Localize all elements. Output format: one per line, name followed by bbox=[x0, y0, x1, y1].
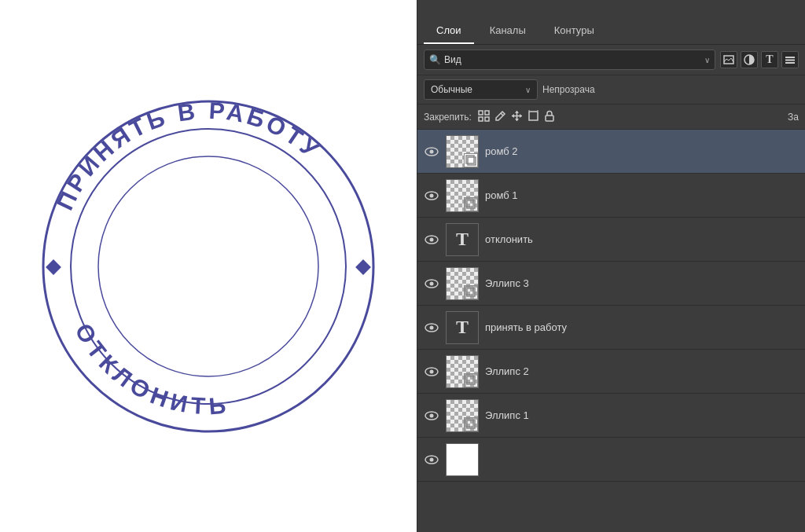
svg-rect-26 bbox=[546, 116, 553, 121]
svg-point-48 bbox=[430, 413, 434, 417]
svg-marker-19 bbox=[515, 111, 519, 113]
svg-rect-15 bbox=[485, 117, 489, 121]
filter-row: 🔍 Вид ∨ T bbox=[417, 45, 805, 75]
svg-rect-10 bbox=[785, 60, 795, 61]
svg-rect-14 bbox=[479, 117, 483, 121]
svg-point-28 bbox=[430, 149, 434, 153]
eye-icon[interactable] bbox=[424, 188, 439, 204]
eye-icon[interactable] bbox=[424, 364, 439, 380]
filter-icon-extra[interactable] bbox=[781, 51, 799, 68]
layer-name: принять в работу bbox=[485, 321, 799, 333]
text-layer-T-icon: T bbox=[456, 229, 469, 250]
layer-name: отклонить bbox=[485, 233, 799, 245]
eye-icon[interactable] bbox=[424, 276, 439, 292]
layer-thumbnail bbox=[446, 179, 479, 212]
layers-panel: Слои Каналы Контуры 🔍 Вид ∨ T Обычные ∨ bbox=[417, 0, 805, 532]
eye-icon[interactable] bbox=[424, 232, 439, 248]
lock-row: Закрепить: За bbox=[417, 105, 805, 130]
panel-tabs: Слои Каналы Контуры bbox=[417, 0, 805, 45]
layer-name: Эллипс 1 bbox=[485, 409, 799, 421]
svg-point-38 bbox=[430, 281, 434, 285]
layer-name: Эллипс 3 bbox=[485, 277, 799, 289]
eye-icon[interactable] bbox=[424, 320, 439, 336]
lock-icon-brush[interactable] bbox=[494, 110, 506, 124]
svg-point-32 bbox=[430, 193, 434, 197]
svg-rect-9 bbox=[785, 57, 795, 58]
svg-point-44 bbox=[430, 369, 434, 373]
layer-thumbnail bbox=[446, 135, 479, 168]
layer-item[interactable]: Эллипс 2 bbox=[417, 350, 805, 394]
svg-marker-20 bbox=[515, 119, 519, 121]
lock-icon-artboard[interactable] bbox=[527, 110, 539, 124]
svg-marker-22 bbox=[520, 114, 522, 118]
layer-thumbnail-white bbox=[446, 443, 479, 476]
layer-item[interactable]: Эллипс 3 bbox=[417, 262, 805, 306]
svg-point-2 bbox=[98, 156, 318, 376]
lock-icon-grid[interactable] bbox=[478, 110, 490, 124]
layers-list: ромб 2 ромб 1 T bbox=[417, 130, 805, 532]
svg-marker-21 bbox=[512, 114, 514, 118]
text-layer-T-icon: T bbox=[456, 317, 469, 338]
filter-arrow: ∨ bbox=[704, 56, 710, 64]
blend-arrow: ∨ bbox=[525, 86, 531, 94]
svg-point-36 bbox=[430, 237, 434, 241]
layer-name: ромб 1 bbox=[485, 189, 799, 201]
lock-icon-lock[interactable] bbox=[544, 110, 555, 124]
tab-channels[interactable]: Каналы bbox=[477, 18, 539, 44]
svg-rect-12 bbox=[479, 111, 483, 115]
layer-item[interactable] bbox=[417, 438, 805, 482]
svg-rect-4 bbox=[355, 259, 371, 275]
filter-dropdown[interactable]: 🔍 Вид ∨ bbox=[424, 50, 715, 70]
svg-rect-3 bbox=[46, 259, 61, 275]
eye-icon[interactable] bbox=[424, 144, 439, 160]
svg-point-42 bbox=[430, 325, 434, 329]
layer-thumbnail bbox=[446, 399, 479, 432]
tab-paths[interactable]: Контуры bbox=[542, 18, 607, 44]
lock-icon-move[interactable] bbox=[511, 110, 523, 124]
layer-thumbnail bbox=[446, 355, 479, 388]
canvas-area: ПРИНЯТЬ В РАБОТУ ОТКЛОНИТЬ bbox=[0, 0, 417, 532]
layer-name: Эллипс 2 bbox=[485, 365, 799, 377]
svg-text:ОТКЛОНИТЬ: ОТКЛОНИТЬ bbox=[70, 318, 231, 419]
layer-name: ромб 2 bbox=[485, 145, 799, 157]
blend-row: Обычные ∨ Непрозрача bbox=[417, 75, 805, 105]
blend-mode-text: Обычные bbox=[431, 84, 525, 95]
lock-icons bbox=[478, 110, 555, 124]
fill-label: За bbox=[788, 112, 799, 123]
tab-layers[interactable]: Слои bbox=[424, 18, 474, 44]
svg-rect-13 bbox=[485, 111, 489, 115]
svg-text:ПРИНЯТЬ В РАБОТУ: ПРИНЯТЬ В РАБОТУ bbox=[51, 97, 325, 213]
layer-thumbnail-text: T bbox=[446, 311, 479, 344]
filter-text: Вид bbox=[444, 54, 704, 65]
layer-item[interactable]: T отклонить bbox=[417, 218, 805, 262]
blend-mode-dropdown[interactable]: Обычные ∨ bbox=[424, 79, 538, 100]
opacity-label: Непрозрача bbox=[542, 84, 595, 95]
layer-item[interactable]: Эллипс 1 bbox=[417, 394, 805, 438]
svg-line-16 bbox=[501, 113, 503, 116]
filter-icon-text[interactable]: T bbox=[761, 51, 778, 68]
filter-icon-adjustment[interactable] bbox=[741, 51, 758, 68]
search-icon: 🔍 bbox=[429, 54, 441, 65]
layer-item[interactable]: ромб 1 bbox=[417, 174, 805, 218]
eye-icon[interactable] bbox=[424, 408, 439, 424]
filter-icon-image[interactable] bbox=[720, 51, 737, 68]
layer-thumbnail-text: T bbox=[446, 223, 479, 256]
layer-thumbnail bbox=[446, 267, 479, 300]
layer-item[interactable]: T принять в работу bbox=[417, 306, 805, 350]
stamp-preview: ПРИНЯТЬ В РАБОТУ ОТКЛОНИТЬ bbox=[28, 86, 389, 447]
lock-label: Закрепить: bbox=[424, 112, 472, 123]
svg-rect-23 bbox=[529, 112, 538, 120]
svg-point-52 bbox=[430, 457, 434, 461]
eye-icon[interactable] bbox=[424, 452, 439, 468]
svg-rect-11 bbox=[785, 62, 795, 64]
filter-icons: T bbox=[720, 51, 799, 68]
layer-item[interactable]: ромб 2 bbox=[417, 130, 805, 174]
